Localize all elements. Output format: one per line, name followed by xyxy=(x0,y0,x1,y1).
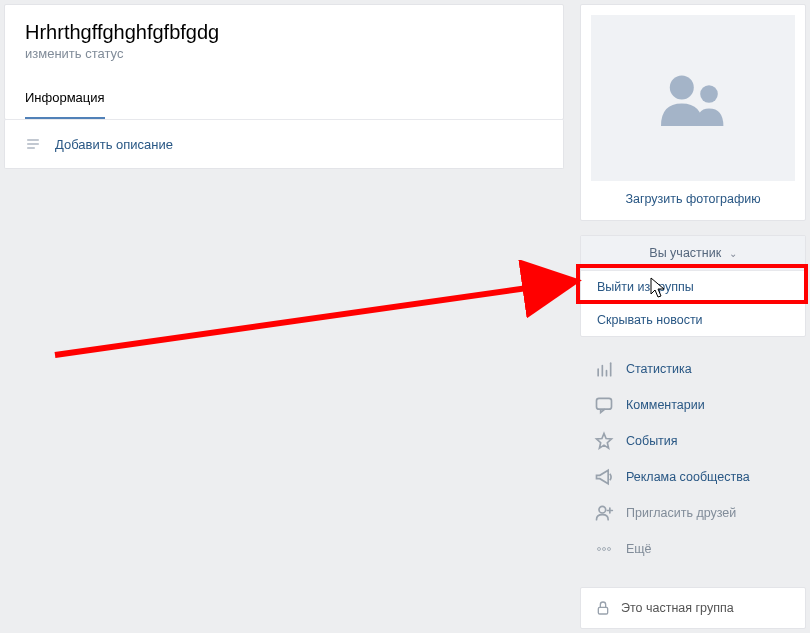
svg-point-3 xyxy=(670,76,694,100)
dropdown-leave-group[interactable]: Выйти из группы xyxy=(581,271,805,303)
stats-icon xyxy=(594,359,614,379)
private-group-label: Это частная группа xyxy=(621,601,734,615)
menu-stats-label: Статистика xyxy=(626,362,692,376)
menu-ads-label: Реклама сообщества xyxy=(626,470,750,484)
svg-point-4 xyxy=(700,85,718,103)
side-menu: Статистика Комментарии События Реклама с… xyxy=(580,345,806,573)
member-button[interactable]: Вы участник ⌄ xyxy=(581,236,805,271)
svg-point-15 xyxy=(603,548,606,551)
menu-comments[interactable]: Комментарии xyxy=(580,387,806,423)
dropdown-hide-news[interactable]: Скрывать новости xyxy=(581,303,805,336)
menu-events-label: События xyxy=(626,434,678,448)
svg-point-11 xyxy=(599,506,606,513)
people-icon xyxy=(653,68,733,128)
tab-information[interactable]: Информация xyxy=(25,76,105,119)
svg-point-14 xyxy=(598,548,601,551)
comment-icon xyxy=(594,395,614,415)
lock-icon xyxy=(595,600,611,616)
dots-icon xyxy=(594,539,614,559)
star-icon xyxy=(594,431,614,451)
megaphone-icon xyxy=(594,467,614,487)
svg-rect-9 xyxy=(597,398,612,409)
group-title: Hrhrthgffghghfgfbfgdg xyxy=(25,21,543,44)
svg-line-18 xyxy=(55,282,570,355)
change-status-link[interactable]: изменить статус xyxy=(25,46,123,61)
photo-card: Загрузить фотографию xyxy=(580,4,806,221)
annotation-arrow xyxy=(50,260,590,360)
membership-card: Вы участник ⌄ Выйти из группы Скрывать н… xyxy=(580,235,806,337)
chevron-down-icon: ⌄ xyxy=(729,248,737,259)
menu-more[interactable]: Ещё xyxy=(580,531,806,567)
menu-more-label: Ещё xyxy=(626,542,652,556)
group-header-card: Hrhrthgffghghfgfbfgdg изменить статус Ин… xyxy=(4,4,564,120)
group-avatar-placeholder xyxy=(591,15,795,181)
svg-rect-17 xyxy=(598,607,607,614)
member-button-label: Вы участник xyxy=(649,246,721,260)
add-description-link[interactable]: Добавить описание xyxy=(55,137,173,152)
menu-stats[interactable]: Статистика xyxy=(580,351,806,387)
upload-photo-link[interactable]: Загрузить фотографию xyxy=(625,192,760,206)
menu-comments-label: Комментарии xyxy=(626,398,705,412)
tabs: Информация xyxy=(25,75,543,119)
add-description-row[interactable]: Добавить описание xyxy=(4,119,564,169)
menu-invite-label: Пригласить друзей xyxy=(626,506,736,520)
svg-marker-10 xyxy=(597,434,612,449)
menu-ads[interactable]: Реклама сообщества xyxy=(580,459,806,495)
svg-point-16 xyxy=(608,548,611,551)
text-icon xyxy=(25,136,41,152)
add-user-icon xyxy=(594,503,614,523)
menu-events[interactable]: События xyxy=(580,423,806,459)
private-group-card: Это частная группа xyxy=(580,587,806,629)
menu-invite[interactable]: Пригласить друзей xyxy=(580,495,806,531)
